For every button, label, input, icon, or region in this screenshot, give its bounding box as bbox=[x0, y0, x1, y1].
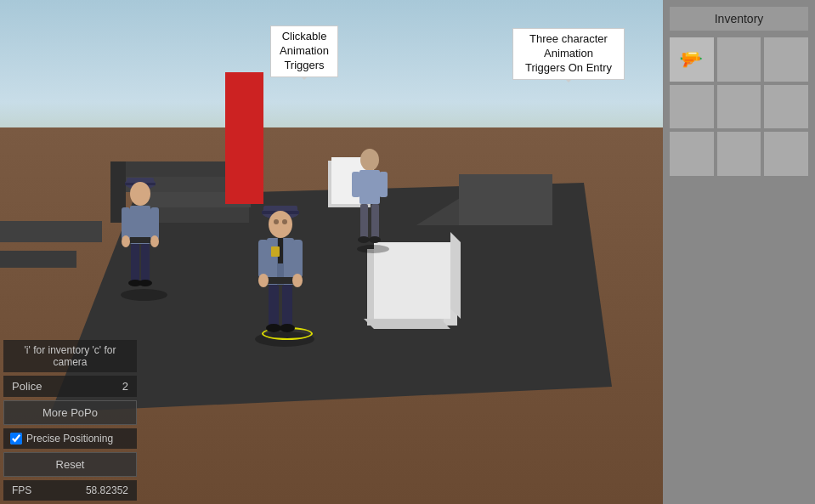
blue-character-back bbox=[348, 144, 391, 251]
svg-point-16 bbox=[266, 324, 281, 332]
svg-point-32 bbox=[139, 280, 152, 286]
svg-point-17 bbox=[280, 324, 295, 332]
svg-point-33 bbox=[360, 149, 379, 171]
precise-positioning-checkbox[interactable] bbox=[10, 433, 22, 445]
precise-positioning-row: Precise Positioning bbox=[3, 428, 137, 449]
svg-rect-10 bbox=[258, 240, 269, 278]
hud-info-text: 'i' for inventory 'c' for camera bbox=[3, 340, 137, 372]
fps-label: FPS bbox=[12, 484, 31, 496]
precise-positioning-label: Precise Positioning bbox=[26, 433, 113, 445]
inventory-slot-8[interactable] bbox=[764, 132, 808, 176]
inventory-slot-3[interactable] bbox=[670, 85, 714, 129]
inventory-slot-4[interactable] bbox=[717, 85, 761, 129]
inventory-title: Inventory bbox=[670, 7, 808, 31]
svg-rect-38 bbox=[371, 204, 379, 238]
svg-rect-36 bbox=[379, 172, 388, 197]
inventory-slot-6[interactable] bbox=[670, 132, 714, 176]
red-tower bbox=[225, 72, 263, 204]
white-cube-front bbox=[374, 242, 450, 319]
svg-point-28 bbox=[150, 235, 159, 247]
inventory-section: Inventory 🔫 bbox=[663, 0, 815, 504]
left-hud: 'i' for inventory 'c' for camera Police … bbox=[0, 337, 140, 504]
inventory-slot-7[interactable] bbox=[717, 132, 761, 176]
svg-rect-25 bbox=[122, 207, 130, 240]
inventory-slot-2[interactable] bbox=[764, 37, 808, 82]
more-popo-button[interactable]: More PoPo bbox=[3, 400, 137, 425]
svg-rect-9 bbox=[265, 277, 296, 284]
police-label: Police bbox=[12, 380, 42, 393]
inventory-grid: 🔫 bbox=[670, 37, 808, 176]
police-officer-front[interactable] bbox=[246, 194, 314, 338]
svg-point-3 bbox=[269, 211, 292, 238]
tooltip-three-char-triggers: Three character Animation Triggers On En… bbox=[512, 28, 625, 80]
gun-icon: 🔫 bbox=[680, 48, 703, 71]
reset-button[interactable]: Reset bbox=[3, 452, 137, 477]
svg-point-4 bbox=[274, 219, 279, 224]
ui-panel: Inventory 🔫 bbox=[663, 0, 815, 504]
tooltip-clickable-triggers: Clickable Animation Triggers bbox=[270, 25, 338, 77]
svg-rect-37 bbox=[360, 204, 368, 238]
svg-rect-24 bbox=[128, 237, 152, 243]
svg-rect-29 bbox=[131, 244, 139, 282]
svg-rect-11 bbox=[292, 240, 303, 278]
svg-point-39 bbox=[358, 236, 370, 243]
fps-value: 58.82352 bbox=[86, 484, 128, 496]
svg-point-27 bbox=[122, 235, 130, 247]
hud-fps-row: FPS 58.82352 bbox=[3, 480, 137, 501]
ramp-top bbox=[459, 174, 552, 225]
left-platform-upper bbox=[0, 221, 102, 242]
inventory-slot-1[interactable] bbox=[717, 37, 761, 82]
svg-rect-26 bbox=[150, 207, 159, 240]
svg-point-12 bbox=[258, 274, 269, 287]
hud-police-row: Police 2 bbox=[3, 376, 137, 397]
svg-point-13 bbox=[292, 274, 303, 287]
svg-rect-34 bbox=[359, 170, 380, 204]
svg-point-40 bbox=[369, 236, 381, 243]
police-count: 2 bbox=[122, 380, 128, 393]
inventory-slot-5[interactable] bbox=[764, 85, 808, 129]
svg-rect-18 bbox=[271, 246, 280, 257]
svg-point-22 bbox=[130, 182, 150, 206]
svg-rect-30 bbox=[141, 244, 150, 282]
svg-rect-15 bbox=[282, 285, 292, 327]
stair-block-4 bbox=[156, 207, 249, 223]
svg-point-5 bbox=[282, 219, 287, 224]
svg-rect-35 bbox=[352, 172, 360, 197]
left-platform-lower bbox=[0, 251, 76, 268]
police-officer-left bbox=[115, 168, 166, 296]
svg-rect-14 bbox=[269, 285, 279, 327]
inventory-slot-0[interactable]: 🔫 bbox=[670, 37, 714, 82]
